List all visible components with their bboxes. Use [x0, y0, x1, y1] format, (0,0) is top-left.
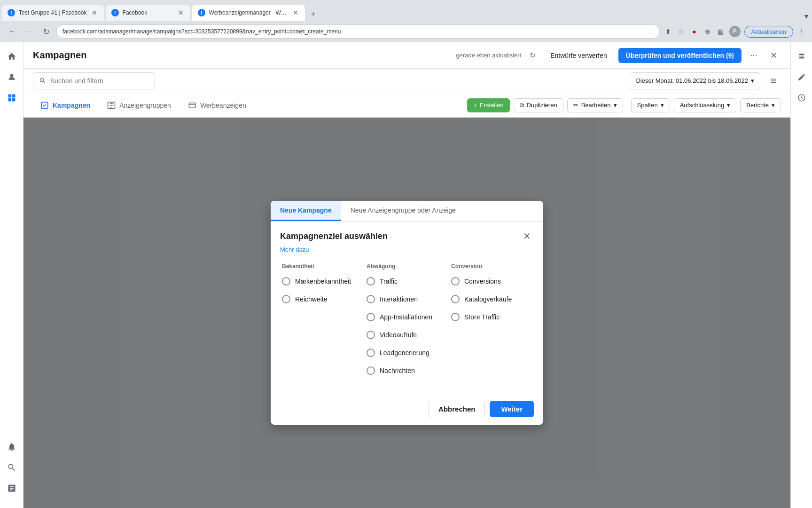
option-app-installationen[interactable]: App-Installationen: [365, 312, 449, 322]
modal-tab-neue-anzeigengruppe[interactable]: Neue Anzeigengruppe oder Anzeige: [341, 201, 465, 221]
label-reichweite: Reichweite: [295, 295, 327, 303]
browser-menu-icon[interactable]: ⋮: [797, 27, 806, 36]
bookmark-icon[interactable]: ☆: [677, 27, 686, 36]
label-interaktionen: Interaktionen: [380, 295, 418, 303]
objective-grid: Bekanntheit Markenbekanntheit Reichweite: [280, 263, 534, 383]
address-bar-icons: ⬆ ☆ ● ⊕ ▦ P Aktualisieren ⋮: [664, 26, 806, 38]
new-tab-button[interactable]: +: [307, 8, 320, 21]
right-edit-icon[interactable]: [793, 69, 810, 86]
browser-tab-2[interactable]: f Facebook ✕: [106, 5, 190, 21]
option-traffic[interactable]: Traffic: [365, 276, 449, 286]
radio-app-installationen: [367, 313, 375, 321]
erstellen-label: Erstellen: [480, 102, 504, 109]
radio-traffic: [367, 277, 375, 286]
tab3-close[interactable]: ✕: [292, 8, 299, 17]
aktualisieren-button[interactable]: Aktualisieren: [744, 26, 793, 38]
tab-kampagnen[interactable]: Kampagnen: [33, 97, 98, 113]
next-button[interactable]: Weiter: [490, 401, 534, 417]
address-bar-row: ← → ↻ facebook.com/adsmanager/manage/cam…: [0, 21, 812, 42]
share-icon[interactable]: ⬆: [664, 27, 673, 36]
svg-rect-5: [41, 102, 48, 109]
sidebar-campaigns-icon[interactable]: [3, 89, 20, 106]
modal-subtitle: Mehr dazu: [271, 243, 543, 254]
svg-rect-4: [12, 98, 15, 102]
column-abwaegung-header: Abwägung: [365, 263, 449, 270]
option-leadgenerierung[interactable]: Leadgenerierung: [365, 348, 449, 358]
mehr-dazu-link[interactable]: Mehr dazu: [280, 246, 309, 253]
bearbeiten-button[interactable]: ✏ Bearbeiten ▾: [567, 98, 623, 112]
spalten-button[interactable]: Spalten ▾: [631, 98, 670, 112]
duplizieren-button[interactable]: ⧉ Duplizieren: [514, 98, 563, 112]
option-reichweite[interactable]: Reichweite: [280, 294, 365, 304]
tab2-close[interactable]: ✕: [177, 8, 185, 17]
cancel-button[interactable]: Abbrechen: [429, 401, 485, 417]
discard-button[interactable]: Entwürfe verwerfen: [544, 48, 614, 63]
right-chart-icon[interactable]: [793, 48, 810, 65]
extension2-icon[interactable]: ⊕: [703, 27, 712, 36]
option-conversions[interactable]: Conversions: [449, 276, 534, 286]
erstellen-button[interactable]: + Erstellen: [467, 98, 509, 112]
duplicate-icon: ⧉: [520, 102, 524, 109]
close-button[interactable]: ✕: [766, 48, 781, 63]
bearbeiten-chevron-icon: ▾: [614, 102, 617, 109]
label-markenbekanntheit: Markenbekanntheit: [295, 278, 351, 285]
publish-button[interactable]: Überprüfen und veröffentlichen (9): [618, 48, 742, 63]
label-nachrichten: Nachrichten: [380, 367, 415, 374]
aufschluesselung-label: Aufschlüsselung: [680, 102, 725, 109]
kampagnen-icon: [40, 101, 49, 110]
search-date-bar: Dieser Monat: 01.06.2022 bis 18.06.2022 …: [23, 69, 790, 93]
label-leadgenerierung: Leadgenerierung: [380, 349, 429, 357]
modal-title: Kampagnenziel auswählen: [280, 231, 388, 241]
modal-footer: Abbrechen Weiter: [271, 393, 543, 425]
search-input[interactable]: [50, 77, 144, 85]
tab-anzeigengruppen-label: Anzeigengruppen: [119, 102, 171, 109]
option-videoaufrufe[interactable]: Videoaufrufe: [365, 330, 449, 340]
label-traffic: Traffic: [380, 278, 398, 285]
address-bar[interactable]: facebook.com/adsmanager/manage/campaigns…: [56, 24, 660, 39]
option-store-traffic[interactable]: Store Traffic: [449, 312, 534, 322]
extension1-icon[interactable]: ●: [690, 27, 699, 36]
reload-button[interactable]: ↻: [39, 25, 53, 38]
tab1-close[interactable]: ✕: [91, 8, 98, 17]
sidebar-home-icon[interactable]: [3, 48, 20, 65]
svg-rect-3: [8, 98, 11, 102]
browser-tab-3[interactable]: f Werbeanzeigenmanager - Wer... ✕: [192, 5, 305, 21]
radio-conversions: [451, 277, 460, 286]
option-markenbekanntheit[interactable]: Markenbekanntheit: [280, 276, 365, 286]
date-filter[interactable]: Dieser Monat: 01.06.2022 bis 18.06.2022 …: [630, 72, 760, 89]
option-interaktionen[interactable]: Interaktionen: [365, 294, 449, 304]
right-clock-icon[interactable]: [793, 89, 810, 106]
sidebar-report-icon[interactable]: [3, 480, 20, 497]
forward-button[interactable]: →: [23, 25, 36, 38]
aufschluesselung-button[interactable]: Aufschlüsselung ▾: [674, 98, 737, 112]
search-bar[interactable]: [33, 72, 155, 89]
tab-anzeigengruppen[interactable]: Anzeigengruppen: [100, 97, 179, 113]
radio-leadgenerierung: [367, 349, 375, 357]
columns-icon[interactable]: [766, 73, 781, 88]
modal-tab-neue-kampagne[interactable]: Neue Kampagne: [271, 201, 341, 221]
main-content: Kampagnen gerade eben aktualisiert ↻ Ent…: [23, 42, 790, 508]
modal-overlay: Neue Kampagne Neue Anzeigengruppe oder A…: [23, 118, 790, 508]
sidebar-bell-icon[interactable]: [3, 438, 20, 455]
tab-werbeanzeigen[interactable]: Werbeanzeigen: [180, 97, 254, 113]
label-conversions: Conversions: [464, 278, 501, 285]
tab-list-button[interactable]: ▾: [804, 12, 808, 21]
profile-icon[interactable]: P: [729, 26, 741, 37]
option-katalogverkauefe[interactable]: Katalogverkäufe: [449, 294, 534, 304]
refresh-button[interactable]: ↻: [526, 49, 539, 62]
label-store-traffic: Store Traffic: [464, 313, 500, 321]
extension3-icon[interactable]: ▦: [716, 27, 726, 36]
back-button[interactable]: ←: [6, 25, 19, 38]
radio-store-traffic: [451, 313, 460, 321]
berichte-button[interactable]: Berichte ▾: [740, 98, 781, 112]
modal-close-button[interactable]: ✕: [520, 229, 534, 243]
plus-icon: +: [473, 102, 477, 109]
option-nachrichten[interactable]: Nachrichten: [365, 365, 449, 376]
sidebar-people-icon[interactable]: [3, 69, 20, 86]
tab1-title: Test Gruppe #1 | Facebook: [19, 9, 87, 16]
browser-tab-1[interactable]: f Test Gruppe #1 | Facebook ✕: [2, 5, 104, 21]
more-options-button[interactable]: ···: [746, 48, 761, 63]
tab-kampagnen-label: Kampagnen: [53, 102, 90, 109]
tab3-title: Werbeanzeigenmanager - Wer...: [209, 9, 288, 16]
sidebar-search-icon[interactable]: [3, 459, 20, 476]
